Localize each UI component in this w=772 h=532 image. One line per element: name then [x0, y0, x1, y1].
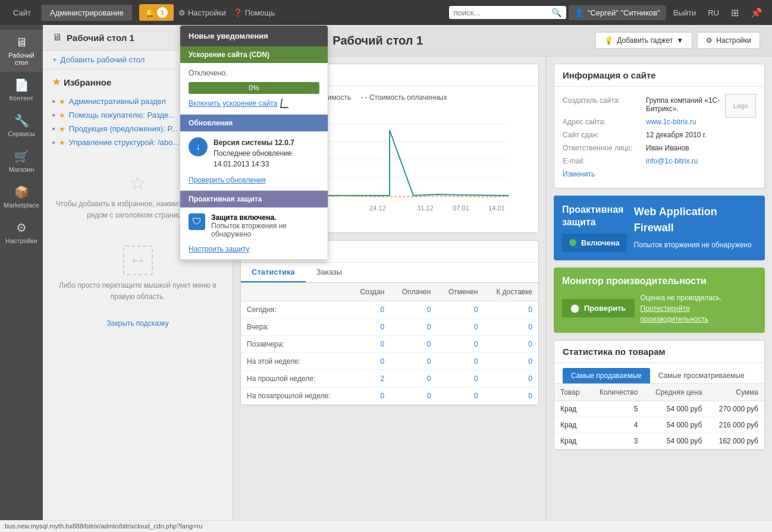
- stats-product-name: Крад: [554, 417, 589, 433]
- admin-tab[interactable]: Администрирование: [42, 5, 132, 21]
- orders-cell: 0: [390, 388, 437, 405]
- check-perf-button[interactable]: ⬤ Проверить: [562, 299, 635, 317]
- user-button[interactable]: 👤 "Сергей" "Ситников": [569, 5, 666, 20]
- info-value-email[interactable]: info@1c-bitrix.ru: [646, 157, 725, 165]
- fav-link-4[interactable]: Управление структурой: /abo...: [69, 138, 179, 147]
- orders-cell: 0: [349, 301, 390, 319]
- svg-text:24.12: 24.12: [369, 204, 386, 212]
- monitor-panel-icon: 🖥: [52, 32, 62, 43]
- stats-table-row: Крад454 000 руб216 000 руб: [554, 417, 764, 433]
- sidebar-item-desktop[interactable]: 🖥 Рабочий стол: [0, 30, 43, 72]
- protection-status: Включена: [562, 234, 627, 252]
- svg-text:07.01: 07.01: [453, 204, 469, 212]
- stats-tab-most-viewed[interactable]: Самые просматриваемые: [650, 368, 753, 383]
- orders-tabs: Статистика Заказы: [241, 263, 538, 283]
- cdn-progress-bar: 0%: [189, 82, 319, 94]
- notification-dropdown: Новые уведомления Ускорение сайта (CDN) …: [180, 25, 328, 260]
- stats-table-row: Крад354 000 руб162 000 руб: [554, 433, 764, 449]
- language-button[interactable]: RU: [703, 6, 724, 20]
- orders-tab-orders[interactable]: Заказы: [306, 263, 353, 282]
- notification-button[interactable]: 🔔 1: [139, 4, 174, 21]
- info-value-date: 12 декабря 2010 г.: [646, 131, 725, 139]
- info-row-email: E-mail: info@1c-bitrix.ru: [563, 155, 725, 168]
- perf-widget: Монитор производительности ⬤ Проверить О…: [554, 267, 765, 333]
- orders-cell: 0: [484, 336, 538, 353]
- fav-star-2: ★: [59, 111, 65, 119]
- close-hint-button[interactable]: Закрыть подсказку: [43, 314, 233, 332]
- orders-table-row: Сегодня:0000: [241, 301, 538, 319]
- notif-header: Новые уведомления: [180, 26, 328, 46]
- sidebar-item-shop[interactable]: 🛒 Магазин: [0, 143, 43, 179]
- search-input[interactable]: [454, 8, 549, 17]
- protection-notif-status: Защита включена.: [211, 213, 319, 222]
- check-updates-link[interactable]: Проверить обновления: [189, 176, 266, 184]
- fav-star-3: ★: [59, 125, 65, 133]
- sidebar-item-settings[interactable]: ⚙ Настройки: [0, 215, 43, 250]
- update-date: 14.01.2013 14:33: [214, 159, 294, 169]
- desktop-settings-button[interactable]: ⚙ Настройки: [697, 32, 760, 49]
- col-header-cancelled: Отменен: [437, 283, 484, 301]
- notif-protection-title: Проактивная защита: [180, 191, 328, 207]
- sidebar-label-content: Контент: [10, 95, 34, 102]
- info-value-person: Иван Иванов: [646, 144, 725, 152]
- orders-table-row: На этой неделе:0000: [241, 353, 538, 370]
- url-bar: bus.new.mysql.myth.bx888/bitrix/admin/bi…: [0, 520, 772, 532]
- sidebar-label-marketplace: Marketplace: [4, 202, 39, 209]
- bullet-icon: ■: [52, 99, 55, 104]
- fav-link-2[interactable]: Помощь покупателю: Разде...: [69, 111, 175, 119]
- lightbulb-icon: 💡: [604, 36, 613, 45]
- exit-button[interactable]: Выйти: [669, 6, 701, 20]
- sidebar-item-services[interactable]: 🔧 Сервисы: [0, 108, 43, 143]
- settings-nav-btn[interactable]: ⚙ Настройки: [178, 8, 226, 17]
- sidebar-label-shop: Магазин: [9, 166, 34, 173]
- perf-link[interactable]: Протестируйте производительность: [641, 304, 708, 323]
- col-header-created: Создан: [349, 283, 390, 301]
- stats-tab-best-selling[interactable]: Самые продаваемые: [563, 368, 650, 383]
- help-icon: ❓: [233, 8, 243, 17]
- orders-cell: 0: [349, 319, 390, 336]
- stats-cell-price: 54 000 руб: [644, 433, 708, 449]
- orders-row-label: На этой неделе:: [241, 353, 349, 370]
- col-header-delivery: К доставке: [484, 283, 538, 301]
- fav-link-3[interactable]: Продукция (предложения): Р...: [69, 124, 178, 133]
- pin-icon[interactable]: 📌: [746, 5, 767, 21]
- protection-widget: Проактивная защита Включена Web Applicat…: [554, 196, 765, 260]
- stats-product-name: Крад: [554, 401, 589, 417]
- sidebar-item-marketplace[interactable]: 📦 Marketplace: [0, 179, 43, 215]
- protection-left: Проактивная защита Включена: [562, 204, 627, 252]
- orders-cell: 0: [437, 301, 484, 319]
- orders-table-row: На прошлой неделе:2000: [241, 370, 538, 388]
- stats-col-price: Средняя цена: [644, 384, 708, 401]
- cdn-enable-link[interactable]: Включить ускорение сайта: [189, 99, 277, 108]
- notif-cdn-title: Ускорение сайта (CDN): [180, 46, 328, 63]
- fav-star-1: ★: [59, 97, 65, 106]
- update-download-icon: ↓: [189, 137, 208, 156]
- help-nav-btn[interactable]: ❓ Помощь: [233, 8, 275, 17]
- bullet-icon-3: ■: [52, 126, 55, 131]
- site-info-section: Информация о сайте Создатель сайта: Груп…: [554, 64, 765, 188]
- info-value-address[interactable]: www.1c-bitrix.ru: [646, 118, 725, 126]
- gear-desktop-icon: ⚙: [706, 36, 713, 45]
- legend-paid: - - Стоимость оплаченных: [360, 93, 447, 102]
- site-tab[interactable]: Сайт: [5, 5, 39, 21]
- sidebar-label-desktop: Рабочий стол: [2, 52, 40, 66]
- configure-protection-link[interactable]: Настроить защиту: [189, 245, 249, 253]
- orders-cell: 0: [484, 301, 538, 319]
- monitor-icon[interactable]: ⊞: [726, 5, 743, 21]
- orders-cell: 0: [484, 353, 538, 370]
- protection-waf-label: Web Application Firewall: [634, 204, 757, 236]
- sidebar: 🖥 Рабочий стол 📄 Контент 🔧 Сервисы 🛒 Маг…: [0, 25, 43, 532]
- sidebar-item-content[interactable]: 📄 Контент: [0, 72, 43, 108]
- notif-updates-section: Обновления ↓ Версия системы 12.0.7 После…: [180, 115, 328, 191]
- stats-tabs: Самые продаваемые Самые просматриваемые: [554, 363, 764, 384]
- site-logo: Logo: [725, 94, 756, 118]
- bullet-icon-4: ■: [52, 140, 55, 145]
- settings-sidebar-icon: ⚙: [16, 221, 27, 235]
- fav-link-1[interactable]: Административный раздел: [69, 97, 166, 106]
- search-icon: 🔍: [551, 8, 561, 17]
- notif-updates-title: Обновления: [180, 115, 328, 131]
- orders-row-label: На позапрошлой неделе:: [241, 388, 349, 405]
- edit-site-info-link[interactable]: Изменить: [563, 168, 756, 181]
- add-gadget-button[interactable]: 💡 Добавить гаджет ▼: [595, 32, 692, 49]
- orders-tab-stats[interactable]: Статистика: [241, 263, 306, 282]
